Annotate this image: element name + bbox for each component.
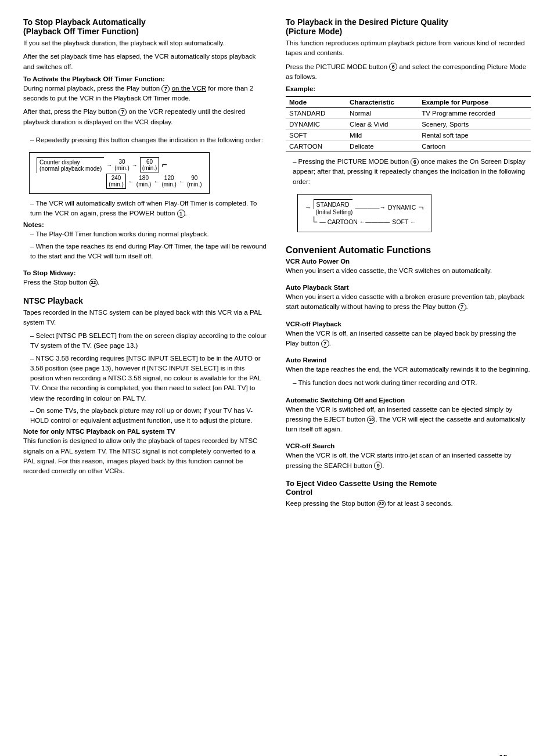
t120-min: (min.) (161, 181, 177, 188)
ntsc-intro: Tapes recorded in the NTSC system can be… (23, 308, 268, 328)
t60-min: (min.) (142, 165, 157, 171)
eject-btn: 10 (367, 416, 375, 424)
stop-midway-section: To Stop Midway: Press the Stop button 22… (23, 269, 268, 287)
ntsc-note-text: This function is designed to allow only … (23, 436, 268, 476)
auto-rewind-text: When the tape reaches the end, the VCR a… (286, 365, 531, 375)
stop-midway-text: Press the Stop button 22. (23, 278, 268, 287)
char-cartoon: Delicate (346, 141, 418, 152)
t180-min: (min.) (136, 181, 152, 188)
play-btn-auto: 7 (458, 303, 466, 311)
t120: 120 (161, 175, 177, 181)
char-soft: Mild (346, 130, 418, 141)
eject-section: To Eject Video Cassette Using the Remote… (286, 479, 531, 509)
ntsc-note-title: Note for only NTSC Playback on PAL syste… (23, 428, 268, 435)
eject-title: To Eject Video Cassette Using the Remote… (286, 479, 531, 496)
dash-list-2: The VCR will automatically switch off wh… (23, 199, 268, 219)
vcr-off-search: VCR-off Search When the VCR is off, the … (286, 442, 531, 471)
auto-functions-section: Convenient Automatic Functions VCR Auto … (286, 245, 531, 471)
example-cartoon: Cartoon (418, 141, 531, 152)
page-number: 15 (499, 753, 508, 756)
ntsc-item-1: Select [NTSC PB SELECT] from the on scre… (30, 331, 268, 351)
vcr-off-playback: VCR-off Playback When the VCR is off, an… (286, 321, 531, 349)
auto-playback-text: When you insert a video cassette with a … (286, 292, 531, 312)
auto-functions-title: Convenient Automatic Functions (286, 245, 531, 255)
activate-text1: During normal playback, press the Play b… (23, 84, 268, 104)
play-btn-2: 7 (118, 108, 127, 116)
mode-soft: SOFT (286, 130, 346, 141)
vcr-auto-power-on: VCR Auto Power On When you insert a vide… (286, 258, 531, 276)
vcr-off-search-text: When the VCR is off, the VCR starts intr… (286, 451, 531, 471)
t30-min: (min.) (114, 165, 129, 171)
vcr-auto-power-title: VCR Auto Power On (286, 258, 531, 265)
ntsc-section: NTSC Playback Tapes recorded in the NTSC… (23, 296, 268, 477)
picture-mode-section: To Playback in the Desired Picture Quali… (286, 17, 531, 237)
picture-mode-dash: Pressing the PICTURE MODE button 6 once … (293, 157, 531, 187)
table-header-example: Example for Purpose (418, 96, 531, 108)
left-column: To Stop Playback Automatically (Playback… (23, 17, 268, 517)
t90: 90 (187, 175, 202, 181)
auto-rewind-note: This function does not work during timer… (293, 378, 531, 388)
table-header-mode: Mode (286, 96, 346, 108)
ntsc-note: Note for only NTSC Playback on PAL syste… (23, 428, 268, 476)
mode-standard: STANDARD (286, 108, 346, 119)
vcr-off-search-title: VCR-off Search (286, 442, 531, 449)
play-btn-off: 7 (321, 340, 329, 348)
vcr-off-playback-title: VCR-off Playback (286, 321, 531, 327)
picture-mode-btn: 6 (389, 63, 397, 71)
t240: 240 (109, 175, 124, 181)
search-btn: 9 (374, 462, 382, 470)
picture-mode-intro: This function reproduces optimum playbac… (286, 38, 531, 59)
dynamic-label: DYNAMIC (388, 204, 416, 211)
t240-min: (min.) (109, 181, 124, 188)
picture-mode-press: Press the PICTURE MODE button 6 and sele… (286, 62, 531, 82)
picture-mode-table: Mode Characteristic Example for Purpose … (286, 96, 531, 152)
page-layout: To Stop Playback Automatically (Playback… (23, 17, 531, 517)
char-normal: Normal (346, 108, 418, 119)
table-row: CARTOON Delicate Cartoon (286, 141, 531, 152)
right-column: To Playback in the Desired Picture Quali… (286, 17, 531, 517)
example-standard: TV Programme recorded (418, 108, 531, 119)
activate-title: To Activate the Playback Off Timer Funct… (23, 75, 268, 82)
table-row: STANDARD Normal TV Programme recorded (286, 108, 531, 119)
dash-item-1: Repeatedly pressing this button changes … (30, 135, 268, 145)
note-1: The Play-Off Timer function works during… (30, 229, 268, 239)
picture-mode-dash-list: Pressing the PICTURE MODE button 6 once … (286, 157, 531, 187)
note-2: When the tape reaches its end during Pla… (30, 242, 268, 262)
picture-mode-btn-2: 6 (411, 158, 419, 166)
stop-btn-midway: 22 (89, 279, 98, 287)
t180: 180 (136, 175, 152, 181)
diagram-counter-label: Counter display (39, 159, 102, 165)
auto-rewind-title: Auto Rewind (286, 357, 531, 363)
initial-label: (Initial Setting) (314, 209, 353, 215)
t90-min: (min.) (187, 181, 202, 188)
section-intro-2: After the set playback time has elapsed,… (23, 52, 268, 72)
play-btn-1: 7 (161, 85, 170, 93)
vcr-off-playback-text: When the VCR is off, an inserted cassett… (286, 329, 531, 349)
power-btn: 1 (177, 210, 185, 218)
table-row: DYNAMIC Clear & Vivid Scenery, Sports (286, 119, 531, 130)
soft-label: SOFT ← (392, 218, 416, 225)
eject-text: Keep pressing the Stop button 22 for at … (286, 499, 531, 509)
vcr-auto-power-text: When you insert a video cassette, the VC… (286, 266, 531, 276)
auto-rewind: Auto Rewind When the tape reaches the en… (286, 357, 531, 388)
auto-switching-title: Automatic Switching Off and Ejection (286, 397, 531, 404)
auto-playback-start: Auto Playback Start When you insert a vi… (286, 284, 531, 312)
mode-cartoon: CARTOON (286, 141, 346, 152)
section-intro-1: If you set the playback duration, the pl… (23, 38, 268, 48)
stop-midway-title: To Stop Midway: (23, 269, 268, 276)
mode-dynamic: DYNAMIC (286, 119, 346, 130)
activate-subsection: To Activate the Playback Off Timer Funct… (23, 75, 268, 127)
t30: 30 (114, 159, 129, 165)
activate-text2: After that, press the Play button 7 on t… (23, 107, 268, 127)
mode-diagram: → STANDARD (Initial Setting) ————→ DYNAM… (297, 194, 431, 232)
example-soft: Rental soft tape (418, 130, 531, 141)
auto-rewind-dash: This function does not work during timer… (286, 378, 531, 388)
diagram-normal-label: (normal playback mode) (39, 165, 102, 172)
dash-list-1: Repeatedly pressing this button changes … (23, 135, 268, 145)
stop-btn-eject: 22 (377, 500, 386, 508)
ntsc-item-2: NTSC 3.58 recording requires [NTSC INPUT… (30, 354, 268, 404)
notes-section: Notes: The Play-Off Timer function works… (23, 221, 268, 262)
section-title-1: To Stop Playback Automatically (Playback… (23, 17, 268, 36)
standard-label: STANDARD (314, 199, 353, 209)
timer-diagram: Counter display (normal playback mode) →… (29, 152, 210, 194)
